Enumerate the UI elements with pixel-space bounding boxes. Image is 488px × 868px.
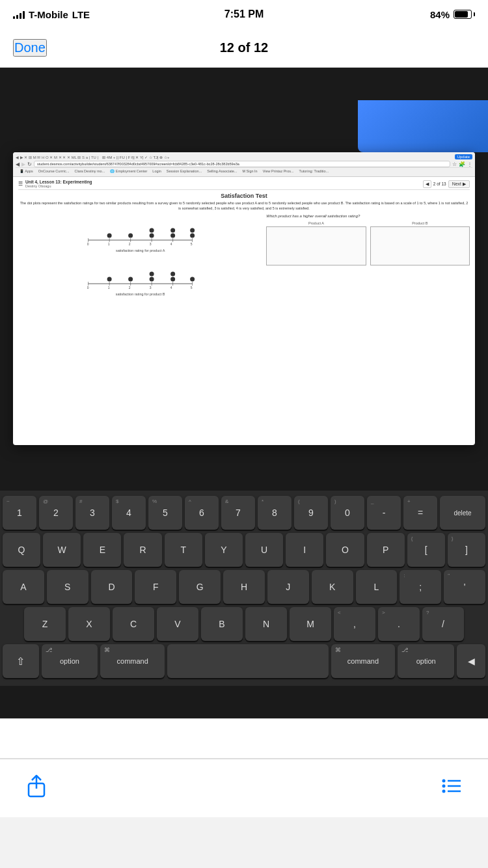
kb-key-t[interactable]: T bbox=[165, 533, 202, 567]
bookmark-oncourse[interactable]: OnCourse Currric... bbox=[37, 169, 71, 173]
kb-key-l[interactable]: L bbox=[356, 570, 398, 604]
back-button[interactable]: ◀ bbox=[16, 161, 20, 167]
kb-key-arrow-left[interactable]: ◀ bbox=[457, 644, 485, 678]
answer-label-b: Product B bbox=[370, 221, 470, 225]
kb-key-equals[interactable]: += bbox=[403, 496, 437, 530]
kb-key-semicolon[interactable]: :; bbox=[400, 570, 441, 604]
kb-key-v[interactable]: V bbox=[157, 607, 198, 641]
browser-window[interactable]: ◀ ▶ ✕ ⊞ M ✉ H O ✕ M ✕ ✕ ✕ ML ⊞ S a | TU … bbox=[13, 152, 475, 445]
bookmark-login[interactable]: Login bbox=[151, 169, 162, 173]
kb-key-q[interactable]: Q bbox=[3, 533, 40, 567]
signal-bars bbox=[13, 10, 25, 19]
kb-key-hash-3[interactable]: #3 bbox=[75, 496, 109, 530]
kb-key-e[interactable]: E bbox=[83, 533, 121, 567]
dot-plots-section: 0 1 2 3 4 5 bbox=[18, 214, 262, 301]
answer-box-a[interactable]: Product A bbox=[266, 221, 366, 265]
bookmark-employment[interactable]: 🌐 Employment Center bbox=[109, 169, 148, 173]
share-button[interactable] bbox=[26, 774, 47, 802]
kb-key-space[interactable] bbox=[167, 644, 328, 678]
browser-url-bar[interactable]: student.desmos.com/activitybuilder/stude… bbox=[34, 161, 450, 167]
kb-key-z[interactable]: Z bbox=[24, 607, 66, 641]
page-header-bar: ☰ Unit 4, Lesson 13: Experimenting Desti… bbox=[18, 180, 470, 190]
kb-key-r[interactable]: R bbox=[124, 533, 161, 567]
kb-key-period[interactable]: >. bbox=[378, 607, 420, 641]
bookmark-selling[interactable]: Selling Associate... bbox=[206, 169, 238, 173]
kb-key-minus[interactable]: _- bbox=[367, 496, 401, 530]
star-icon[interactable]: ☆ bbox=[452, 161, 457, 167]
kb-key-y[interactable]: Y bbox=[205, 533, 243, 567]
svg-point-34 bbox=[107, 277, 112, 282]
kb-key-shift-left[interactable]: ⇧ bbox=[3, 644, 39, 678]
carrier-name: T-Mobile bbox=[29, 9, 68, 20]
kb-key-star-8[interactable]: *8 bbox=[258, 496, 291, 530]
bookmarks-bar: 📱 Apps OnCourse Currric... Clara Destiny… bbox=[16, 167, 472, 174]
kb-key-a[interactable]: A bbox=[3, 570, 44, 604]
kb-key-comma[interactable]: <, bbox=[334, 607, 375, 641]
kb-key-slash[interactable]: ?/ bbox=[422, 607, 464, 641]
kb-key-c[interactable]: C bbox=[113, 607, 154, 641]
kb-key-p[interactable]: P bbox=[367, 533, 405, 567]
svg-point-47 bbox=[442, 790, 446, 793]
kb-key-lparen-9[interactable]: (9 bbox=[294, 496, 328, 530]
kb-key-at-2[interactable]: @2 bbox=[39, 496, 73, 530]
dot-plot-a-label: satisfaction rating for product A bbox=[18, 249, 262, 252]
kb-key-w[interactable]: W bbox=[43, 533, 81, 567]
kb-key-j[interactable]: J bbox=[267, 570, 309, 604]
kb-key-caret-6[interactable]: ^6 bbox=[185, 496, 219, 530]
bookmark-clara[interactable]: Clara Destiny mo... bbox=[73, 169, 106, 173]
done-button[interactable]: Done bbox=[13, 39, 47, 57]
kb-key-d[interactable]: D bbox=[91, 570, 133, 604]
kb-key-command-left[interactable]: ⌘ command bbox=[100, 644, 165, 678]
bookmark-tutoring[interactable]: Tutoring: Traditio... bbox=[298, 169, 331, 173]
kb-key-b[interactable]: B bbox=[201, 607, 243, 641]
kb-key-dollar-4[interactable]: $4 bbox=[112, 496, 146, 530]
kb-key-rbracket[interactable]: }] bbox=[448, 533, 485, 567]
bookmark-view[interactable]: View Printaz Pros... bbox=[262, 169, 295, 173]
kb-key-rparen-0[interactable]: )0 bbox=[331, 496, 364, 530]
forward-button[interactable]: ▶ bbox=[21, 161, 25, 167]
menu-icon[interactable]: ⋮ bbox=[467, 161, 472, 167]
kb-key-lbracket[interactable]: {[ bbox=[407, 533, 445, 567]
extensions-icon[interactable]: 🧩 bbox=[459, 161, 465, 167]
kb-key-tilde-1[interactable]: ~1 bbox=[3, 496, 36, 530]
page-content: ☰ Unit 4, Lesson 13: Experimenting Desti… bbox=[13, 177, 475, 304]
kb-key-option-left[interactable]: ⎇ option bbox=[42, 644, 98, 678]
kb-key-amp-7[interactable]: &7 bbox=[221, 496, 255, 530]
kb-key-option-right[interactable]: ⎇ option bbox=[398, 644, 454, 678]
menu-button[interactable] bbox=[441, 777, 462, 800]
kb-key-o[interactable]: O bbox=[326, 533, 364, 567]
browser-toolbar: ◀ ▶ ↻ student.desmos.com/activitybuilder… bbox=[16, 161, 472, 167]
bookmark-signin[interactable]: M Sign In bbox=[241, 169, 258, 173]
next-button[interactable]: Next ▶ bbox=[448, 180, 470, 188]
answer-box-b[interactable]: Product B bbox=[370, 221, 470, 265]
svg-point-18 bbox=[170, 228, 175, 233]
kb-number-row: ~1 @2 #3 $4 %5 ^6 &7 *8 (9 )0 _- bbox=[3, 496, 485, 530]
kb-key-k[interactable]: K bbox=[312, 570, 353, 604]
activity-body: 0 1 2 3 4 5 bbox=[18, 214, 470, 301]
refresh-button[interactable]: ↻ bbox=[27, 161, 32, 167]
kb-key-percent-5[interactable]: %5 bbox=[148, 496, 182, 530]
answer-rect-a[interactable] bbox=[266, 226, 366, 265]
update-button[interactable]: Update bbox=[455, 154, 472, 159]
kb-key-h[interactable]: H bbox=[223, 570, 265, 604]
kb-key-g[interactable]: G bbox=[179, 570, 221, 604]
hamburger-icon[interactable]: ☰ bbox=[18, 181, 23, 187]
dot-plot-a: 0 1 2 3 4 5 bbox=[18, 214, 262, 252]
kb-key-s[interactable]: S bbox=[47, 570, 88, 604]
kb-key-u[interactable]: U bbox=[245, 533, 283, 567]
kb-key-command-right[interactable]: ⌘ command bbox=[331, 644, 396, 678]
kb-key-n[interactable]: N bbox=[245, 607, 287, 641]
kb-key-delete[interactable]: delete bbox=[440, 496, 485, 530]
bookmark-session[interactable]: Session Explanation... bbox=[165, 169, 203, 173]
kb-key-f[interactable]: F bbox=[135, 570, 176, 604]
kb-key-quote[interactable]: "' bbox=[444, 570, 485, 604]
svg-point-36 bbox=[150, 277, 154, 282]
bookmark-apps[interactable]: 📱 Apps bbox=[18, 169, 34, 173]
svg-point-15 bbox=[150, 234, 154, 238]
lesson-subtitle: Destiny Oboagu bbox=[25, 184, 92, 188]
answer-rect-b[interactable] bbox=[370, 226, 470, 265]
kb-key-m[interactable]: M bbox=[290, 607, 331, 641]
kb-key-i[interactable]: I bbox=[286, 533, 323, 567]
prev-button[interactable]: ◀ bbox=[423, 180, 431, 188]
kb-key-x[interactable]: X bbox=[68, 607, 110, 641]
